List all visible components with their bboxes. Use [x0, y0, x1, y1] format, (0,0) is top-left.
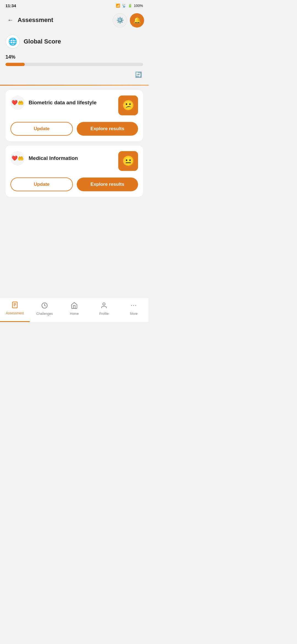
battery-percent: 100% — [134, 4, 143, 8]
biometric-update-button[interactable]: Update — [10, 122, 73, 136]
globe-icon: 🌐 — [8, 37, 17, 46]
progress-bar-background — [6, 63, 143, 66]
nav-item-assessment[interactable]: Assessment — [0, 298, 30, 322]
medical-card-title: Medical Information — [29, 155, 78, 162]
biometric-emoji: 😕 — [122, 100, 134, 111]
nav-item-home[interactable]: Home — [59, 298, 89, 322]
medical-icon-container: ❤️ 🤲 — [10, 151, 25, 165]
card-top-medical: ❤️ 🤲 Medical Information 😐 — [10, 151, 138, 171]
signal-icon: 📡 — [122, 4, 126, 8]
settings-icon: ⚙️ — [116, 17, 124, 24]
global-score-title: Global Score — [24, 38, 61, 45]
bottom-nav: Assessment Challenges Home Profile — [0, 297, 148, 322]
nav-item-challenges[interactable]: Challenges — [30, 298, 59, 322]
home-nav-icon — [71, 302, 78, 311]
card-top: ❤️ 🤲 Biometric data and lifestyle 😕 — [10, 95, 138, 115]
settings-button[interactable]: ⚙️ — [113, 13, 127, 28]
progress-bar-fill — [6, 63, 25, 66]
global-score-card: 🌐 Global Score 14% 🔄 — [6, 32, 143, 85]
refresh-row: 🔄 — [6, 70, 143, 79]
biometric-explore-button[interactable]: Explore results — [77, 122, 138, 136]
medical-explore-button[interactable]: Explore results — [77, 178, 138, 191]
assessment-nav-label: Assessment — [6, 311, 24, 315]
more-nav-label: More — [130, 312, 137, 316]
biometric-card-buttons: Update Explore results — [10, 122, 138, 136]
nav-item-more[interactable]: More — [119, 298, 148, 322]
nav-item-profile[interactable]: Profile — [89, 298, 119, 322]
back-arrow-icon: ← — [7, 17, 13, 24]
profile-nav-icon — [100, 302, 108, 311]
score-percent: 14% — [6, 54, 143, 60]
profile-nav-label: Profile — [99, 312, 109, 316]
svg-point-8 — [135, 305, 136, 306]
refresh-button[interactable]: 🔄 — [134, 70, 143, 79]
notification-button[interactable]: 🔔 — [130, 13, 144, 28]
medical-card-info: ❤️ 🤲 Medical Information — [10, 151, 116, 165]
biometric-card-info: ❤️ 🤲 Biometric data and lifestyle — [10, 95, 116, 110]
wifi-icon: 📶 — [116, 4, 120, 8]
orange-divider — [0, 85, 148, 86]
challenges-nav-icon — [41, 302, 48, 311]
svg-point-7 — [133, 305, 134, 306]
medical-card: ❤️ 🤲 Medical Information 😐 Update Explor… — [6, 146, 143, 197]
biometric-emoji-badge: 😕 — [118, 95, 138, 115]
assessment-nav-icon — [11, 301, 18, 310]
medical-update-button[interactable]: Update — [10, 178, 73, 191]
page-title: Assessment — [18, 17, 53, 24]
battery-icon: 🔋 — [128, 4, 132, 8]
medical-card-buttons: Update Explore results — [10, 178, 138, 191]
svg-point-5 — [103, 303, 105, 305]
medical-emoji-badge: 😐 — [118, 151, 138, 171]
globe-icon-container: 🌐 — [6, 34, 20, 49]
more-nav-icon — [130, 302, 137, 311]
bell-icon: 🔔 — [133, 17, 141, 24]
header-actions: ⚙️ 🔔 — [113, 13, 144, 28]
biometric-icon-container: ❤️ 🤲 — [10, 95, 25, 110]
global-score-header: 🌐 Global Score — [6, 34, 143, 49]
status-icons: 📶 📡 🔋 100% — [116, 4, 143, 8]
status-time: 11:34 — [6, 3, 16, 8]
home-nav-label: Home — [70, 312, 79, 316]
medical-emoji: 😐 — [122, 155, 134, 167]
back-button[interactable]: ← — [6, 15, 15, 25]
biometric-card: ❤️ 🤲 Biometric data and lifestyle 😕 Upda… — [6, 90, 143, 141]
status-bar: 11:34 📶 📡 🔋 100% — [0, 0, 148, 11]
challenges-nav-label: Challenges — [36, 312, 53, 316]
svg-point-6 — [131, 305, 132, 306]
header: ← Assessment ⚙️ 🔔 — [0, 11, 148, 29]
biometric-card-title: Biometric data and lifestyle — [29, 99, 97, 106]
main-content: 🌐 Global Score 14% 🔄 ❤️ 🤲 Biometric data… — [0, 29, 148, 197]
